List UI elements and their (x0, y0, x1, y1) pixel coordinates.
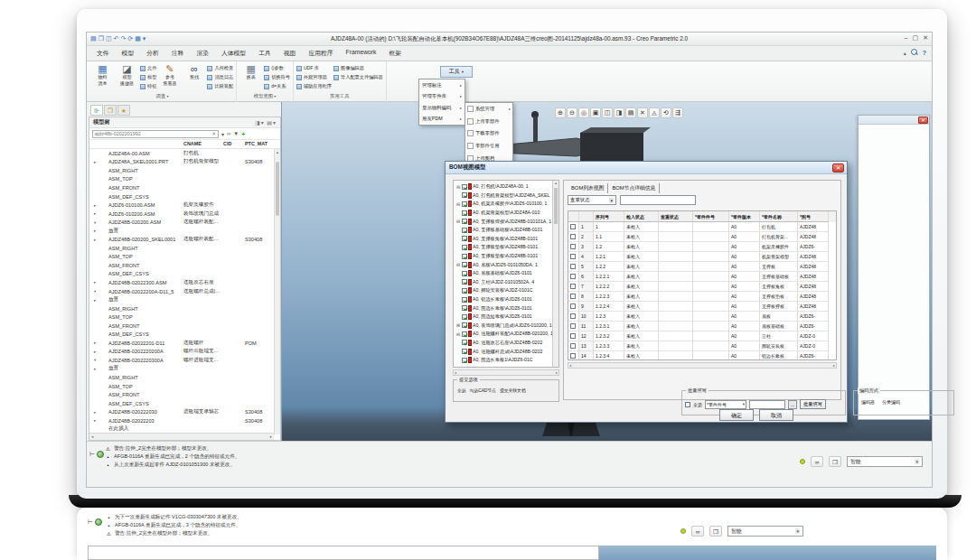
ribbon-item[interactable]: 特征 (140, 82, 156, 90)
message-input-strip[interactable] (88, 546, 599, 560)
expand-icon[interactable]: ▸ (94, 160, 99, 164)
message-log-icon[interactable]: ⊢ (89, 451, 95, 458)
bom-tree-row[interactable]: A0, 支撑板垫板\AJDZ48B-0101 (455, 252, 552, 261)
tree-row[interactable]: ▸ AJDZ48A_SKEL0001.PRT 打包机骨架模型 S30408 (89, 158, 274, 167)
command-search-icon[interactable] (911, 49, 918, 56)
tree-row[interactable]: ASM_DEF_CSYS (89, 192, 274, 201)
bom-table-row[interactable]: 11 1.2.3.1 未检入 A0 底板基础板 AJDZ6- (568, 322, 836, 331)
bom-tree-row[interactable]: ⊟ A0, 打包机\AJDZ48A-00, 1 (455, 182, 552, 191)
bom-tree-row[interactable]: A0, 围边长靠板1\AJDZ6-01C (455, 356, 552, 365)
ribbon-item[interactable]: UDF 库 (296, 64, 332, 72)
bom-tree-vscrollbar[interactable]: ▲ (552, 181, 558, 367)
graphics-tool-icon[interactable]: ◨ (614, 107, 624, 118)
tree-row[interactable]: ▸ AJDZ48B-020222030 进瓶端支承轴芯 S30408 (89, 407, 274, 416)
select-box-icon[interactable]: ❐ (829, 456, 841, 467)
bom-panel-tab[interactable]: BOM节点详细信息 (608, 183, 660, 193)
group-label-investigate[interactable]: 调查 (89, 93, 236, 102)
node-checkbox[interactable] (462, 210, 467, 216)
regeneration-status-icon[interactable] (800, 459, 805, 464)
row-checkbox[interactable] (570, 323, 576, 329)
expand-icon[interactable]: ⊟ (455, 184, 461, 190)
bom-tree-row[interactable]: A0, 底板基础板\AJDZ6-0101 (455, 269, 552, 278)
ribbon-tab[interactable]: 注释 (165, 47, 191, 61)
tree-row[interactable]: ▸ AJDZ6-010100.ASM 机架及橡胶件 (89, 201, 274, 210)
ribbon-tab[interactable]: 框架 (383, 47, 408, 61)
tree-row[interactable]: ▸ 放置 (89, 365, 274, 374)
search-input[interactable]: ajdz48b-0202201992 ✕ (92, 130, 219, 138)
col-part-no[interactable]: *零件件号 (693, 211, 729, 222)
bom-table-row[interactable]: 10 1.2.3 未检入 A0 底板 AJDZ6- (568, 312, 836, 322)
find-binoculars-icon[interactable]: ∞ (227, 131, 230, 136)
col-checkin[interactable]: 检入状态 (624, 211, 659, 222)
selection-filter-select[interactable]: 智能 (847, 456, 923, 467)
bom-tree-row[interactable]: A0, 支撑板基础板\AJDZ48B-0101 (455, 226, 552, 235)
ribbon-item[interactable]: 图像编辑器 (333, 64, 383, 72)
tree-row[interactable]: ASM_FRONT (89, 390, 274, 399)
tree-row[interactable]: ASM_FRONT (89, 261, 274, 270)
expand-icon[interactable]: ▸ (94, 280, 99, 285)
tree-row[interactable]: ▸ 放置 (89, 295, 274, 304)
tree-row[interactable]: ▾ AJDZ48B-0202220300A 螺杆进瓶端支... (89, 356, 274, 365)
bom-table-row[interactable]: 9 1.2.2.4 未检入 A0 支撑板撑板 AJDZ48 (568, 302, 836, 312)
row-checkbox[interactable] (570, 244, 576, 249)
ribbon-tab[interactable]: 渲染 (190, 47, 215, 61)
batch-value-input[interactable] (749, 400, 785, 409)
node-checkbox[interactable] (462, 331, 467, 337)
expand-icon[interactable]: ▸ (94, 418, 99, 423)
ribbon-item[interactable]: 比较装配 (207, 82, 233, 90)
bom-table-hscrollbar[interactable]: ◂▸ (568, 362, 837, 369)
search-tool-icon[interactable]: ∞ (811, 456, 823, 467)
message-log-icon[interactable]: ⊢ (88, 518, 93, 526)
submenu-item[interactable]: 上传零部件 (465, 116, 512, 128)
menu-item[interactable]: 显示物料编码 ▸ (419, 102, 465, 114)
tree-row[interactable]: ASM_TOP (89, 382, 274, 391)
regeneration-status-icon[interactable] (680, 528, 686, 534)
tree-row[interactable]: ▾ AJDZ48B-020200.ASM 送瓶螺杆装配... (89, 218, 274, 227)
graphics-tool-icon[interactable]: ◎ (578, 107, 589, 118)
graphics-tool-icon[interactable]: ◫ (602, 107, 613, 118)
tree-row[interactable]: ASM_TOP (89, 253, 274, 262)
graphics-tool-icon[interactable]: ▤ (625, 107, 636, 118)
ribbon-tab[interactable]: 视图 (277, 47, 303, 61)
tree-row[interactable]: ▸ AJDZ48B-02022201-D11 送瓶螺杆 POM (89, 339, 274, 348)
filter-input[interactable] (620, 195, 696, 205)
menu-item[interactable]: 管理零件库 ▸ (419, 91, 465, 103)
bom-table-row[interactable]: 3 1.2 未检入 A0 机架及橡胶件 AJDZ6- (568, 242, 836, 252)
ribbon-button-find[interactable]: ∞ 查找 (183, 63, 205, 80)
expand-icon[interactable]: ▸ (94, 238, 99, 242)
expand-icon[interactable]: ▸ (94, 298, 99, 303)
tree-row[interactable]: ASM_DEF_CSYS (89, 270, 274, 279)
tree-row[interactable]: ▸ AJDZ48B-02022203 S30408 (89, 416, 274, 425)
bom-tree-row[interactable]: ⊟ A0, 支撑板焊接\AJDZ48B-010101A, 1 (455, 217, 552, 226)
bom-tree-row[interactable]: A0, 围边短靠板\AJDZ6-0101 (455, 313, 552, 322)
ribbon-item[interactable]: 辅助应用程序 (296, 82, 332, 90)
ok-button[interactable]: 确定 (719, 409, 754, 421)
bom-table-row[interactable]: 5 1.2.2 未检入 A0 支撑板 AJDZ48 (568, 262, 836, 272)
tree-row[interactable]: ASM_RIGHT (89, 304, 274, 313)
ribbon-tab[interactable]: Framework (340, 47, 383, 61)
tree-row[interactable]: ASM_FRONT (89, 322, 274, 331)
expand-icon[interactable]: ⊟ (455, 331, 461, 337)
tree-row[interactable]: ▾ AJDZ48B-02022200A-D11_5 送瓶螺杆总成(... (89, 287, 274, 296)
ribbon-tab[interactable]: 应用程序 (302, 47, 339, 61)
node-checkbox[interactable] (462, 236, 467, 241)
ribbon-button-ref-viewer[interactable]: ✎ 参考 查看器 (158, 63, 181, 86)
bom-tree-row[interactable]: A0, 支撑板垫板\AJDZ48B-0101 (455, 243, 552, 252)
node-checkbox[interactable] (462, 184, 467, 190)
graphics-tool-icon[interactable]: ⟲ (661, 107, 671, 118)
ribbon-item[interactable]: 导入配置文件编辑器 (333, 73, 383, 81)
node-checkbox[interactable] (462, 305, 467, 311)
tree-row[interactable]: ASM_RIGHT (89, 373, 274, 382)
bom-table-row[interactable]: 4 1.2.1 未检入 A0 机架骨架模型 AJDZ48 (568, 252, 836, 262)
ribbon-item[interactable]: 元件 (140, 64, 156, 72)
ribbon-item[interactable]: 几何检查 (207, 64, 233, 72)
submenu-item[interactable]: 零部件引用 (465, 140, 512, 153)
search-tool-icon[interactable]: ∞ (691, 526, 704, 537)
node-checkbox[interactable] (462, 254, 467, 259)
ribbon-button-bom[interactable]: ▦ 物料 清单 (91, 63, 114, 86)
ribbon-tab[interactable]: 模型 (116, 47, 141, 61)
bom-tree-row[interactable]: A0, 围边长靠板\AJDZ6-0101 (455, 303, 552, 313)
search-options-icon[interactable]: ▾ (221, 131, 224, 137)
group-label-model-intent[interactable]: 模型意图 (237, 93, 293, 102)
node-checkbox[interactable] (462, 358, 467, 363)
